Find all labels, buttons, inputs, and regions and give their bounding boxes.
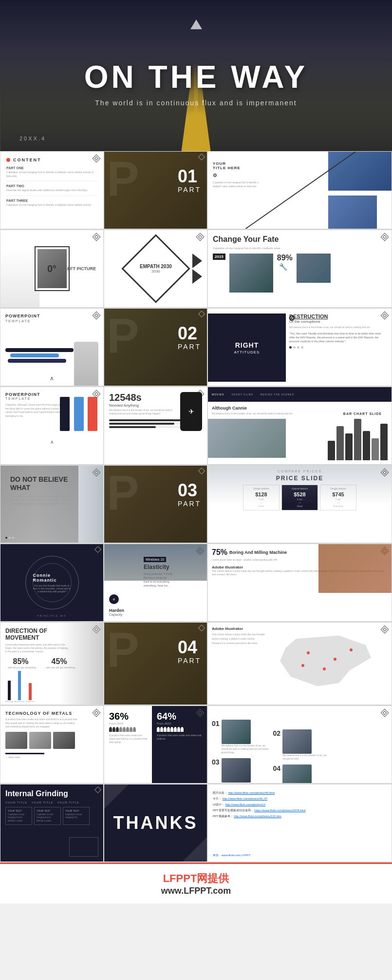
nav-short-films[interactable]: SHORT FILMS <box>231 393 253 396</box>
nav-dot-1[interactable] <box>5 537 7 539</box>
slide-boring: 75% Boring And Milling Machine Lorem ips… <box>207 544 392 622</box>
tech-image-3 <box>53 732 75 749</box>
diamond-content: EMPATH 2030 2030 <box>140 264 172 274</box>
although-desc: We believe that it is the frontier of ar… <box>212 412 309 415</box>
person-w8 <box>181 727 184 732</box>
image-block-2 <box>328 196 377 229</box>
nav-dot-2[interactable] <box>293 346 296 349</box>
title-desc: Capitalize on low hanging fruit to ident… <box>213 181 261 188</box>
brush-strokes <box>0 347 103 376</box>
slide-stats: 12548s Needed Anything We believe that i… <box>104 387 207 465</box>
banner-title: LFPPT网提供 <box>10 871 382 886</box>
pic-container: 0° <box>35 246 70 291</box>
dnb-desc: Every day, we wake up and choose how to … <box>10 495 74 506</box>
dnb-text-area: DO NOT BELIEVE WHAT Every day, we wake u… <box>5 470 98 510</box>
bar-chart-visual <box>328 419 388 460</box>
nav-dot-3[interactable] <box>12 537 14 539</box>
elasticity-item-2: But these things all <box>144 576 202 579</box>
ppt-subtitle: TEMPLATE <box>5 319 98 323</box>
part-label: PART <box>178 657 201 665</box>
tech-image-1 <box>5 732 27 749</box>
bar-5 <box>363 431 370 460</box>
part-content: P 01 PART <box>104 152 207 229</box>
map-pin-4 <box>323 667 326 670</box>
direction-title: DIRECTION OF MOVEMENT <box>5 627 59 642</box>
internal-sub-3: YOUR TITLE <box>57 801 79 804</box>
change-row: 2015 89% 🔧 <box>213 254 387 293</box>
person-w1 <box>157 727 160 732</box>
tech-bar <box>5 753 44 754</box>
brush-stroke-1 <box>5 348 74 352</box>
slide-barchart: MOVIES SHORT FILMS BEHIND THE SCENES Alt… <box>207 387 392 465</box>
slide-part04: P 04 PART <box>104 622 207 705</box>
bar-3 <box>345 433 353 460</box>
your-title-label: YOUR TITLE HERE <box>213 161 261 170</box>
box-num-4: 04 <box>273 764 281 772</box>
barchart-content: Although Cannie We believe that it is th… <box>208 402 392 419</box>
stat-2-num: 45% <box>43 657 75 666</box>
part-one-line: PART ONE Capitalize on low hanging fruit… <box>6 166 97 178</box>
bar-2 <box>336 426 344 460</box>
connie-bottom: PRINCIPLE.WO <box>37 614 66 617</box>
stat-bars: Elasticity Assortment Treatment <box>5 671 98 703</box>
city-image <box>208 419 286 458</box>
connie-sub: Are you the thought that leads to love i… <box>33 584 71 593</box>
box-num-2: 02 <box>273 729 281 737</box>
arch-building <box>0 249 39 307</box>
slide-nav-dots <box>5 537 14 539</box>
thanks-corner-br <box>183 837 207 862</box>
internal-box-text-1: Capitalize on low hanging fruit to ident… <box>8 813 30 823</box>
part-letter: P <box>107 625 139 674</box>
building-image <box>318 544 392 593</box>
hero-subtitle: The world is in continuous flux and is i… <box>95 99 297 107</box>
box-num-3: 03 <box>212 758 220 766</box>
nav-dot-3[interactable] <box>297 346 299 349</box>
part-letter: P <box>107 154 139 203</box>
internal-box-title-3: YOUR TEXT <box>65 809 87 812</box>
arrow-icon <box>192 254 202 268</box>
box-text-2: We believe that it is the frontier of ar… <box>282 754 331 761</box>
tech-more-link[interactable]: → learn more <box>5 756 98 759</box>
divider <box>6 181 97 181</box>
part-letter: P <box>107 311 139 360</box>
nav-dot-4[interactable] <box>301 346 303 349</box>
part-content: P 04 PART <box>104 623 207 705</box>
list-icon: ≡ <box>113 597 115 602</box>
stats-desc: We believe that it is the frontier of ar… <box>109 409 172 415</box>
internal-small-box <box>69 837 98 857</box>
empath-year: 2030 <box>140 269 172 274</box>
stat-bar-v-3 <box>29 683 32 700</box>
nav-dot-2[interactable] <box>9 537 11 539</box>
pic-number: 0° <box>47 263 56 274</box>
nav-dot-1[interactable] <box>289 346 292 349</box>
part-number: 01 <box>178 166 197 187</box>
elasticity-title: Elasticity <box>144 564 202 570</box>
credits-line-3: UI设计： http://www.flickr.com/photos/14 <box>213 803 387 807</box>
part-content: P 02 PART <box>104 309 207 386</box>
slide-left-picture: 0° LEFT PICTURE <box>0 230 104 308</box>
part-letter: P <box>107 468 139 517</box>
nav-movies[interactable]: MOVIES <box>212 393 224 396</box>
elasticity-list: Being particular: 4 Profit But these thi… <box>144 572 202 587</box>
internal-boxes: YOUR TEXT Capitalize on low hanging frui… <box>5 807 98 825</box>
boxes-layout: 01 We believe that it is the frontier of… <box>212 710 388 784</box>
banner-url[interactable]: www.LFPPT.com <box>10 886 382 896</box>
slide-row-7: DIRECTION OF MOVEMENT Continually intera… <box>0 622 392 706</box>
slide-destruction: RIGHT ATTITUDES DESTRUCTION Of the corru… <box>207 308 392 386</box>
credits-line-1: 图片出处： http://www.flickr.com/photos/46.ht… <box>213 791 387 795</box>
part-label: PART <box>178 343 201 351</box>
internal-box-text-3: Capitalize on low hanging fruit. <box>65 813 87 820</box>
hero-title: ON THE WAY <box>84 59 308 95</box>
nav-behind-scenes[interactable]: BEHIND THE SCENES <box>261 393 294 396</box>
slide-part03: P 03 PART <box>104 465 207 543</box>
slide-map: Adobe Illustrator This comes before it e… <box>207 622 392 705</box>
bar-label-2: Assortment <box>15 700 24 703</box>
picture-inner: 0° <box>37 249 67 288</box>
credits-ppt-1: PPT背景可在模板改结合使用： https://www.flickr.com/p… <box>213 808 387 813</box>
bar-1 <box>328 441 335 460</box>
bar-6 <box>372 438 379 460</box>
barchart-header: MOVIES SHORT FILMS BEHIND THE SCENES <box>208 387 392 402</box>
person-icons <box>109 727 148 732</box>
destruction-right-panel: DESTRUCTION Of the corruptions We believ… <box>289 314 387 349</box>
percent-from-1: From 2016 <box>109 722 148 725</box>
